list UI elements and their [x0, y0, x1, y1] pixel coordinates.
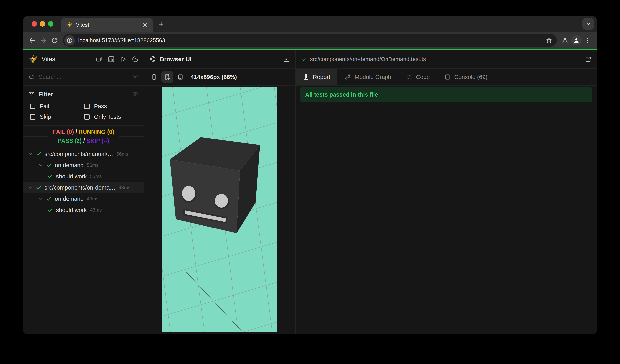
preview-windows-icon[interactable]	[96, 56, 103, 63]
dashboard-icon[interactable]	[108, 56, 115, 63]
test-duration: 56ms	[116, 151, 128, 157]
pass-check-icon	[46, 196, 52, 202]
bookmark-star-icon[interactable]	[546, 37, 553, 44]
device-phone-plus-button[interactable]	[161, 71, 173, 83]
test-suite-row[interactable]: on demand 43ms	[23, 193, 144, 204]
summary-line-2: PASS (2) / SKIP (--)	[53, 136, 114, 146]
close-window-button[interactable]	[31, 21, 37, 27]
filter-checkbox-pass[interactable]: Pass	[84, 103, 139, 110]
report-tabs: Report Module Graph Code Console (69)	[296, 69, 597, 86]
run-all-play-icon[interactable]	[120, 56, 127, 63]
indent-guide	[30, 161, 30, 181]
pass-check-icon	[47, 207, 53, 213]
sidebar: Vitest	[23, 50, 144, 335]
filter-checkbox-skip[interactable]: Skip	[30, 114, 84, 120]
robot-right-eye	[215, 194, 228, 207]
site-info-icon[interactable]	[64, 35, 75, 45]
pass-check-icon	[46, 162, 52, 168]
test-duration: 43ms	[119, 185, 130, 190]
desktop-background: Vitest	[0, 0, 620, 364]
url-text[interactable]: localhost:5173/#/?file=1828625563	[78, 37, 165, 44]
chevron-down-icon[interactable]	[38, 162, 44, 168]
checkbox[interactable]	[30, 114, 35, 119]
test-label: should work	[56, 207, 87, 213]
checkbox[interactable]	[84, 114, 90, 119]
summary-line-1: FAIL (0) / RUNNING (0)	[53, 127, 114, 136]
chevron-down-icon[interactable]	[28, 185, 33, 190]
reload-button[interactable]	[49, 35, 60, 45]
zoom-window-button[interactable]	[48, 21, 53, 27]
globe-icon	[149, 56, 156, 63]
tested-component-preview[interactable]	[162, 87, 277, 332]
vitest-logo	[28, 55, 38, 64]
tab-title: Vitest	[76, 22, 89, 28]
browser-toolbar: localhost:5173/#/?file=1828625563	[23, 32, 597, 49]
chevron-down-icon[interactable]	[28, 151, 33, 157]
test-suite-row[interactable]: on demand 56ms	[23, 160, 144, 171]
test-label: on demand	[55, 196, 84, 202]
tab-code[interactable]: Code	[399, 69, 437, 86]
module-graph-icon	[344, 74, 351, 80]
browser-tab[interactable]: Vitest	[61, 18, 153, 32]
forward-button[interactable]	[38, 35, 48, 45]
pass-check-icon	[301, 56, 307, 62]
vitest-favicon	[66, 22, 72, 28]
filter-section: Filter Fail Pass Skip Only Tests	[23, 86, 144, 126]
clear-filter-icon[interactable]	[132, 74, 139, 80]
tab-report[interactable]: Report	[296, 69, 337, 86]
pass-check-icon	[36, 185, 42, 190]
dock-panel-icon[interactable]	[283, 56, 290, 63]
clear-filter-icon[interactable]	[132, 91, 139, 98]
console-icon	[444, 74, 451, 80]
report-panel: src/components/on-demand/OnDemand.test.t…	[296, 50, 597, 335]
filter-title: Filter	[38, 91, 53, 98]
search-icon	[28, 74, 35, 80]
tab-search-button[interactable]	[582, 18, 594, 29]
browser-ui-header: Browser UI	[144, 50, 295, 69]
filter-checkbox-only-tests[interactable]: Only Tests	[84, 114, 139, 120]
test-tree: src/components/manual/… 56ms on demand 5…	[23, 147, 144, 335]
clipboard-icon	[303, 74, 309, 80]
robot-left-eye	[182, 186, 195, 201]
test-file-row-selected[interactable]: src/components/on-dema… 43ms	[23, 182, 144, 193]
checkbox[interactable]	[84, 103, 90, 109]
indent-guide	[30, 195, 30, 215]
test-label: should work	[56, 173, 87, 180]
test-label: src/components/manual/…	[44, 151, 113, 158]
chevron-down-icon[interactable]	[38, 196, 44, 202]
tab-console[interactable]: Console (69)	[437, 69, 495, 86]
test-case-row[interactable]: should work 55ms	[23, 171, 144, 182]
back-button[interactable]	[27, 35, 37, 45]
test-file-row[interactable]: src/components/manual/… 56ms	[23, 148, 144, 160]
device-phone-small-button[interactable]	[148, 71, 160, 83]
dark-mode-moon-icon[interactable]	[132, 56, 139, 63]
new-tab-button[interactable]	[156, 20, 166, 29]
address-bar[interactable]: localhost:5173/#/?file=1828625563	[63, 34, 557, 47]
test-label: on demand	[55, 162, 84, 169]
browser-menu-icon[interactable]	[583, 35, 593, 45]
test-duration: 43ms	[87, 196, 99, 202]
test-duration: 43ms	[90, 207, 102, 213]
minimize-window-button[interactable]	[40, 21, 45, 27]
report-header: src/components/on-demand/OnDemand.test.t…	[296, 50, 597, 69]
tab-module-graph[interactable]: Module Graph	[337, 69, 399, 86]
pass-check-icon	[36, 151, 42, 157]
search-bar	[23, 69, 144, 86]
test-case-row[interactable]: should work 43ms	[23, 204, 144, 216]
experiments-flask-icon[interactable]	[560, 35, 570, 45]
search-input[interactable]	[39, 74, 128, 80]
open-external-icon[interactable]	[585, 56, 592, 63]
indent-guide	[40, 173, 40, 182]
close-tab-icon[interactable]	[142, 22, 148, 28]
filter-checkbox-fail[interactable]: Fail	[30, 103, 84, 110]
pass-check-icon	[47, 174, 53, 179]
preview-area	[144, 86, 295, 335]
profile-avatar[interactable]	[571, 35, 582, 45]
pass-count: PASS (2)	[58, 138, 82, 144]
indent-guide	[40, 206, 40, 215]
panel-title: Browser UI	[160, 56, 191, 63]
checkbox[interactable]	[30, 103, 35, 109]
device-toolbar: 414x896px (68%)	[144, 69, 295, 86]
device-tablet-button[interactable]	[175, 71, 186, 83]
fail-count: FAIL (0)	[53, 129, 74, 135]
